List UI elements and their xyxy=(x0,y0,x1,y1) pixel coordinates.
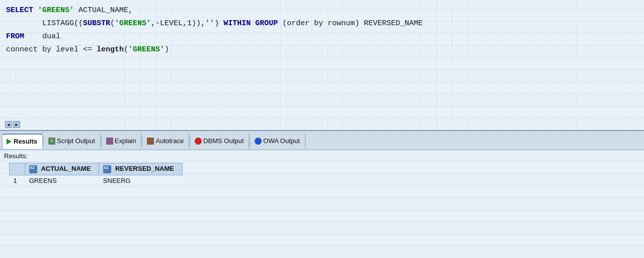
sql-editor[interactable]: SELECT 'GREENS' ACTUAL_NAME, LISTAGG((SU… xyxy=(0,0,644,131)
divider-4 xyxy=(190,136,190,147)
divider-2 xyxy=(101,136,102,147)
tab-dbms-output[interactable]: DBMS Output xyxy=(191,134,249,149)
col-reversed-name-label: REVERSED_NAME xyxy=(115,165,174,172)
code-line-4: connect by level <= length('GREENS') xyxy=(6,43,638,56)
divider-5 xyxy=(250,136,250,147)
tab-autotrace[interactable]: Autotrace xyxy=(143,134,189,149)
table-row: 1 GREENS SNEERG xyxy=(10,175,183,186)
explain-icon xyxy=(106,138,113,145)
results-area: Results: ACTUAL_NAME REVERSED_NAME xyxy=(0,150,644,258)
tab-owa-label: OWA Output xyxy=(263,137,300,145)
tab-dbms-label: DBMS Output xyxy=(203,137,244,145)
results-label: Results: xyxy=(4,152,640,160)
owa-icon xyxy=(255,138,262,145)
col-actual-name-label: ACTUAL_NAME xyxy=(41,165,91,172)
tab-autotrace-label: Autotrace xyxy=(155,137,184,145)
divider-3 xyxy=(142,136,142,147)
play-icon xyxy=(7,139,12,145)
autotrace-icon xyxy=(147,138,154,145)
scroll-arrows: ◀ ▶ xyxy=(5,121,20,128)
tab-script-label: Script Output xyxy=(57,137,95,145)
col-header-actual-name[interactable]: ACTUAL_NAME xyxy=(25,163,99,175)
scroll-right-btn[interactable]: ▶ xyxy=(13,121,20,128)
code-line-2: LISTAGG((SUBSTR('GREENS',-LEVEL,1)),'') … xyxy=(6,17,638,30)
tab-explain-label: Explain xyxy=(115,137,136,145)
divider-1 xyxy=(43,136,44,147)
col-header-reversed-name[interactable]: REVERSED_NAME xyxy=(99,163,183,175)
code-line-3: FROM dual xyxy=(6,30,638,43)
code-line-1: SELECT 'GREENS' ACTUAL_NAME, xyxy=(6,4,638,17)
cell-actual-name: GREENS xyxy=(25,175,99,186)
main-container: SELECT 'GREENS' ACTUAL_NAME, LISTAGG((SU… xyxy=(0,0,644,258)
scroll-left-btn[interactable]: ◀ xyxy=(5,121,12,128)
tabs-bar: Results ≡ Script Output Explain Autotrac… xyxy=(0,131,644,150)
script-icon: ≡ xyxy=(48,138,55,145)
col-header-row-num xyxy=(10,163,25,175)
tab-results[interactable]: Results xyxy=(2,134,43,149)
col-icon-actual xyxy=(29,165,37,173)
col-icon-reversed xyxy=(103,165,111,173)
dbms-icon xyxy=(195,138,202,145)
cell-reversed-name: SNEERG xyxy=(99,175,183,186)
row-num: 1 xyxy=(10,175,25,186)
tab-owa-output[interactable]: OWA Output xyxy=(251,134,305,149)
tab-results-label: Results xyxy=(14,138,37,145)
results-table: ACTUAL_NAME REVERSED_NAME 1 GREENS SNEER… xyxy=(9,163,183,186)
tab-script-output[interactable]: ≡ Script Output xyxy=(44,134,101,149)
tab-explain[interactable]: Explain xyxy=(102,134,142,149)
